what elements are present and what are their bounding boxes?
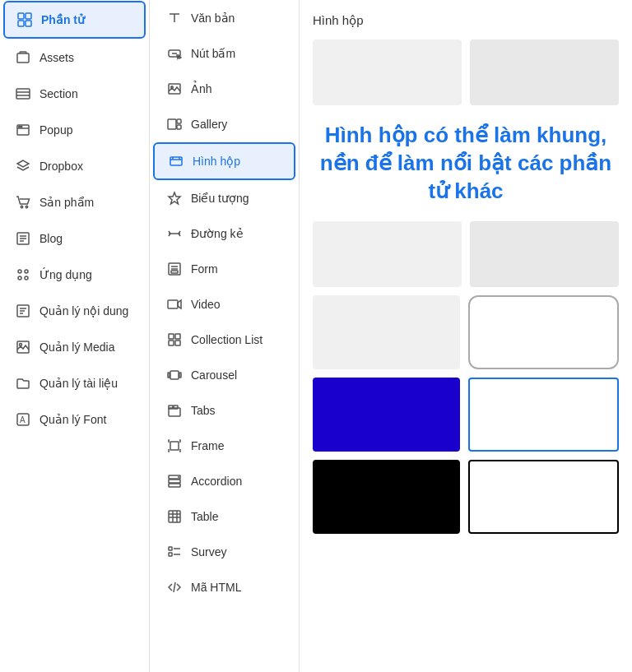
middle-item-label: Collection List bbox=[191, 333, 263, 346]
svg-point-27 bbox=[20, 344, 22, 346]
middle-item-frame[interactable]: Frame bbox=[153, 429, 295, 463]
svg-rect-69 bbox=[169, 553, 172, 556]
content-title: Hình hộp bbox=[313, 13, 619, 28]
sidebar-item-label: Popup bbox=[40, 123, 72, 137]
svg-point-11 bbox=[21, 126, 22, 127]
preview-row-1 bbox=[313, 39, 619, 105]
middle-item-label: Table bbox=[191, 510, 218, 523]
svg-rect-59 bbox=[169, 480, 180, 483]
middle-item-ma-html[interactable]: Mã HTML bbox=[153, 570, 295, 605]
sidebar-item-quan-ly-media[interactable]: Quản lý Media bbox=[3, 330, 146, 364]
middle-item-gallery[interactable]: Gallery bbox=[153, 107, 295, 141]
svg-rect-57 bbox=[170, 442, 179, 450]
svg-rect-55 bbox=[169, 406, 173, 409]
svg-rect-39 bbox=[170, 157, 182, 165]
sidebar-item-label: Phần tử bbox=[41, 13, 85, 26]
preview-row-4 bbox=[313, 378, 619, 452]
sidebar-item-san-pham[interactable]: Sản phẩm bbox=[3, 185, 146, 220]
apps-icon bbox=[15, 266, 31, 283]
cart-icon bbox=[15, 194, 31, 211]
svg-rect-67 bbox=[169, 547, 172, 550]
middle-item-tabs[interactable]: Tabs bbox=[153, 393, 295, 428]
svg-rect-51 bbox=[170, 371, 179, 379]
sidebar-item-label: Quản lý Font bbox=[40, 413, 106, 426]
middle-item-van-ban[interactable]: Văn bản bbox=[153, 1, 295, 35]
sidebar-item-label: Dropbox bbox=[40, 160, 83, 173]
accordion-icon bbox=[166, 473, 183, 489]
middle-item-label: Frame bbox=[191, 439, 224, 452]
text-icon bbox=[166, 10, 183, 26]
preview-box-black bbox=[313, 460, 460, 534]
middle-item-label: Biểu tượng bbox=[191, 192, 249, 205]
preview-box-blue bbox=[313, 378, 460, 452]
svg-rect-50 bbox=[175, 341, 180, 345]
middle-item-survey[interactable]: Survey bbox=[153, 535, 295, 569]
sidebar-item-label: Quản lý nội dung bbox=[40, 304, 128, 317]
middle-item-label: Gallery bbox=[191, 118, 227, 131]
middle-item-bieu-tuong[interactable]: Biểu tượng bbox=[153, 181, 295, 216]
svg-rect-37 bbox=[177, 119, 181, 123]
middle-item-label: Đường kẻ bbox=[191, 227, 244, 240]
svg-point-19 bbox=[25, 270, 28, 273]
svg-point-20 bbox=[18, 276, 21, 280]
sidebar-item-ung-dung[interactable]: Ứng dụng bbox=[3, 257, 146, 292]
section-icon bbox=[15, 86, 31, 102]
middle-item-hinh-hop[interactable]: Hình hộp bbox=[153, 142, 295, 180]
sidebar-item-dropbox[interactable]: Dropbox bbox=[3, 149, 146, 183]
font-icon: A bbox=[15, 411, 31, 428]
left-sidebar: Phần tử Assets Section bbox=[0, 0, 150, 672]
form-icon bbox=[166, 261, 183, 277]
code-icon bbox=[166, 579, 183, 596]
svg-point-12 bbox=[21, 206, 22, 207]
media-icon bbox=[15, 339, 31, 355]
sidebar-item-label: Section bbox=[40, 87, 78, 100]
middle-item-collection-list[interactable]: Collection List bbox=[153, 322, 295, 357]
middle-item-label: Tabs bbox=[191, 404, 216, 417]
middle-item-label: Accordion bbox=[191, 475, 242, 488]
sidebar-item-blog[interactable]: Blog bbox=[3, 221, 146, 256]
sidebar-item-section[interactable]: Section bbox=[3, 76, 146, 111]
svg-point-18 bbox=[18, 270, 21, 273]
sidebar-item-quan-ly-tai-lieu[interactable]: Quản lý tài liệu bbox=[3, 366, 146, 401]
frame-icon bbox=[166, 438, 183, 454]
preview-row-2 bbox=[313, 221, 619, 287]
table-icon bbox=[166, 508, 183, 525]
middle-item-video[interactable]: Video bbox=[153, 287, 295, 322]
middle-item-nut-bam[interactable]: Nút bấm bbox=[153, 36, 295, 71]
svg-rect-47 bbox=[169, 334, 174, 339]
middle-item-accordion[interactable]: Accordion bbox=[153, 464, 295, 498]
image-icon bbox=[166, 81, 183, 97]
sidebar-item-phan-tu[interactable]: Phần tử bbox=[3, 1, 146, 39]
middle-item-label: Nút bấm bbox=[191, 47, 235, 60]
svg-point-21 bbox=[25, 276, 28, 280]
sidebar-item-quan-ly-noi-dung[interactable]: Quản lý nội dung bbox=[3, 294, 146, 328]
middle-item-table[interactable]: Table bbox=[153, 499, 295, 534]
sidebar-item-label: Ứng dụng bbox=[40, 268, 92, 281]
middle-item-anh[interactable]: Ảnh bbox=[153, 72, 295, 106]
sidebar-item-popup[interactable]: Popup bbox=[3, 113, 146, 147]
star-icon bbox=[166, 190, 183, 206]
svg-marker-40 bbox=[169, 192, 180, 204]
svg-rect-5 bbox=[16, 89, 30, 99]
svg-text:A: A bbox=[20, 415, 26, 424]
popup-icon bbox=[15, 122, 31, 138]
svg-rect-49 bbox=[169, 341, 174, 345]
middle-item-label: Survey bbox=[191, 545, 227, 558]
svg-rect-38 bbox=[177, 125, 181, 129]
gallery-icon bbox=[166, 116, 183, 132]
middle-item-form[interactable]: Form bbox=[153, 252, 295, 286]
middle-item-label: Video bbox=[191, 298, 221, 311]
middle-item-duong-ke[interactable]: Đường kẻ bbox=[153, 216, 295, 251]
sidebar-item-assets[interactable]: Assets bbox=[3, 40, 146, 75]
svg-rect-52 bbox=[168, 373, 170, 378]
svg-rect-45 bbox=[171, 271, 178, 273]
sidebar-item-label: Sản phẩm bbox=[40, 196, 94, 209]
sidebar-item-quan-ly-font[interactable]: A Quản lý Font bbox=[3, 402, 146, 437]
middle-item-label: Hình hộp bbox=[193, 155, 240, 168]
svg-rect-36 bbox=[168, 119, 176, 129]
preview-box-tall-1 bbox=[313, 295, 460, 369]
svg-rect-62 bbox=[169, 511, 180, 522]
middle-item-label: Form bbox=[191, 262, 218, 276]
middle-item-carousel[interactable]: Carousel bbox=[153, 358, 295, 392]
grid-icon bbox=[16, 12, 33, 28]
